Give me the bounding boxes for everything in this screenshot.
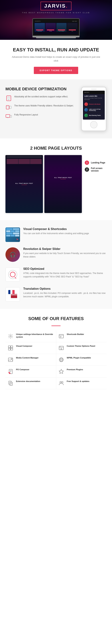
laptop-base [32, 36, 80, 38]
overlay-text-2: ALL TRAP MUSIC FEST [54, 177, 72, 178]
layouts-labels: 1 Landing Page 2 Full screen version [85, 155, 106, 172]
our-feature-text-1: Unique settings Inheritance & Override s… [16, 333, 54, 338]
event-card-btn-1 [36, 30, 43, 30]
overlay-text-1: ALL TRAP MUSIC FEST [15, 182, 33, 184]
logo-text: JARVIS. [44, 3, 68, 9]
laptop-tab-label: EVENTS [35, 21, 40, 22]
event-card-label-2: Ketchup [45, 30, 56, 32]
laptop-inner: EVENTS Slumberparty Ketchup [34, 20, 78, 34]
swiper-overlay: 🎧 [6, 247, 20, 262]
layouts-section: 2 HOME PAGE LAYOUTS ALL TRAP MUSIC FEST [0, 138, 112, 220]
svg-rect-1 [7, 96, 10, 98]
hero-section: JARVIS. THE BEST WORDPRESS THEME FOR NIG… [0, 0, 112, 40]
our-feature-label-9: Extensive documentation [16, 380, 40, 382]
flag-stack: → [8, 290, 17, 299]
export-button[interactable]: EXPORT THEME OPTIONS [34, 67, 78, 74]
phone-music-title: Latin Lovers Mix [83, 94, 105, 97]
phone-track-avatar-1 [84, 102, 88, 106]
seo-magnifier [10, 272, 16, 277]
gear-icon [7, 333, 14, 340]
laptop-event-cards: Slumberparty Ketchup Love For My City Lo… [34, 22, 78, 32]
our-feature-text-6: WPML Plugin Compatible [67, 356, 91, 359]
svg-rect-8 [10, 115, 12, 118]
layout-preview-overlay-1: ALL TRAP MUSIC FEST [6, 155, 43, 213]
laptop-nav-dots [72, 21, 77, 22]
headphones-icon: 🎧 [10, 252, 16, 258]
phone-mockup-container: MUSIC Latin Lovers Mix Latin Lovers & Be… [81, 87, 106, 131]
our-feature-label-7: PO Composer [16, 368, 29, 371]
swipe-icon [6, 95, 12, 102]
phone-track-avatar-3 [84, 114, 88, 117]
vc-mockup [6, 228, 20, 242]
nav-dot-2 [75, 21, 77, 22]
translation-mockup: → [6, 287, 20, 302]
our-feature-3: Visual Composer [6, 342, 56, 354]
phone-track-info-1: Groove in Da House [89, 104, 103, 105]
phone-screen-header: MUSIC [83, 91, 105, 94]
our-feature-10: Free Support & updates [56, 378, 106, 389]
our-feature-text-2: Shortcode Builder [67, 333, 84, 336]
layout-label-1: 1 Landing Page [85, 160, 106, 165]
our-feature-text-9: Extensive documentation [16, 380, 40, 382]
slider-icon [6, 104, 12, 110]
responsive-icon [6, 113, 12, 120]
docs-icon [7, 380, 14, 386]
wpml-icon [58, 356, 65, 363]
media-icon [7, 356, 14, 363]
phone-screen: MUSIC Latin Lovers Mix Latin Lovers & Be… [83, 91, 105, 120]
layout-text-2: Full screen version [91, 167, 106, 172]
phone-home-button [90, 121, 97, 128]
mobile-feature-text-2: The theme uses Mobile Friendly sliders: … [14, 104, 74, 107]
feature-swiper: 🎧 Revolution & Swiper Slider If you want… [6, 247, 106, 262]
our-feature-label-3: Visual Composer [16, 345, 32, 347]
layout-screenshot-2: ALL TRAP MUSIC FEST [44, 155, 82, 213]
our-feature-9: Extensive documentation [6, 378, 56, 389]
hero-subtitle: THE BEST WORDPRESS THEME FOR NIGHT CLUB [22, 12, 90, 14]
our-feature-1: Unique settings Inheritance & Override s… [6, 330, 56, 342]
swiper-mockup: 🎧 [6, 247, 20, 262]
phone-track-info-2: Latin Lovers 10 Year Anniversary [89, 108, 103, 111]
svg-rect-19 [11, 348, 13, 350]
layouts-screenshots: ALL TRAP MUSIC FEST ALL TRAP MUSIC FEST [6, 155, 82, 213]
our-feature-6: WPML Plugin Compatible [56, 354, 106, 366]
phone-track-name-2: Latin Lovers 10 Year Anniversary [89, 108, 103, 111]
laptop-nav-bar: EVENTS [34, 20, 78, 22]
swiper-desc: If you want your website to be fully Tou… [23, 252, 106, 258]
translation-content: Translation Options Localized: .po & .mo… [23, 287, 106, 298]
overlay-line-2 [60, 179, 66, 179]
layout-overlay-text-2: ALL TRAP MUSIC FEST [54, 177, 72, 180]
mobile-feature-text-3: Fully Responsive Layout [14, 113, 38, 116]
features-section: Visual Composer & Shortcodes You can use… [0, 220, 112, 309]
our-feature-label-4: Custom Theme Options Panel [67, 345, 95, 347]
po-composer-icon [7, 368, 14, 375]
mobile-feature-3: Fully Responsive Layout [6, 113, 77, 120]
phone-mockup: MUSIC Latin Lovers Mix Latin Lovers & Be… [81, 87, 106, 131]
laptop-foot [36, 38, 76, 38]
layouts-title: 2 HOME PAGE LAYOUTS [6, 146, 106, 151]
phone-speaker [91, 89, 96, 90]
mobile-feature-text-1: Absolutely all the scrolled sections sup… [14, 95, 68, 98]
event-card-2: Ketchup [45, 23, 56, 32]
event-card-btn-4 [69, 30, 76, 30]
layout-num-2: 2 [85, 168, 89, 172]
event-card-label-1: Slumberparty [35, 30, 45, 32]
flag-us [11, 294, 17, 298]
seo-circle [8, 270, 17, 279]
preview-img-top-1 [7, 159, 42, 164]
our-feature-2: Shortcode Builder [56, 330, 106, 342]
vc-small-icon [7, 345, 14, 351]
our-feature-label-10: Free Support & updates [67, 380, 89, 382]
nav-dot-1 [72, 21, 74, 22]
mobile-left-panel: MOBILE DEVICE OPTIMIZATION Absolutely al… [6, 87, 77, 120]
our-feature-5: Media Content Manager [6, 354, 56, 366]
our-feature-text-3: Visual Composer [16, 345, 32, 347]
logo-dot: . [66, 3, 68, 9]
svg-point-43 [60, 382, 61, 383]
phone-top-bar [83, 89, 105, 90]
mobile-feature-1: Absolutely all the scrolled sections sup… [6, 95, 77, 102]
layout-screenshot-1: ALL TRAP MUSIC FEST [6, 155, 43, 213]
svg-rect-7 [6, 114, 10, 118]
swiper-title: Revolution & Swiper Slider [23, 247, 106, 250]
vc-title: Visual Composer & Shortcodes [23, 228, 106, 231]
our-feature-8: Premium Plugins [56, 366, 106, 378]
